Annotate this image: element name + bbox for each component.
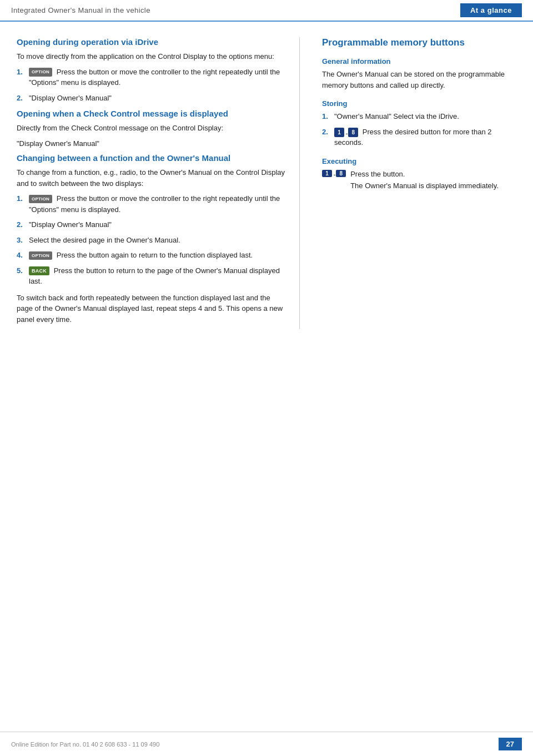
subsection3-title: Executing xyxy=(322,157,522,165)
page-number: 27 xyxy=(499,738,522,750)
section1-title: Opening during operation via iDrive xyxy=(17,37,288,47)
step-item: 3. Select the desired page in the Owner'… xyxy=(17,235,288,246)
step-number: 1. xyxy=(17,67,29,78)
step-content: "Display Owner's Manual" xyxy=(29,219,288,230)
section3-title: Changing between a function and the Owne… xyxy=(17,153,288,163)
step-content: OPTION Press the button again to return … xyxy=(29,250,288,261)
footer-left-text: Online Edition for Part no. 01 40 2 608 … xyxy=(11,741,159,748)
section1-steps: 1. OPTION Press the button or move the c… xyxy=(17,67,288,104)
step-number: 2. xyxy=(17,93,29,104)
step-number: 3. xyxy=(17,235,29,246)
step-item: 1. OPTION Press the button or move the c… xyxy=(17,193,288,215)
section2-intro: Directly from the Check Control message … xyxy=(17,123,288,134)
step-number: 2. xyxy=(17,219,29,230)
header-left-text: Integrated Owner's Manual in the vehicle xyxy=(11,6,150,14)
right-column: Programmable memory buttons General info… xyxy=(316,37,522,329)
mem-btn-dots: ... xyxy=(345,128,347,137)
step-number: 4. xyxy=(17,250,29,261)
step-content: Select the desired page in the Owner's M… xyxy=(29,235,288,246)
step-number: 1. xyxy=(17,193,29,204)
option-icon: OPTION xyxy=(29,195,52,203)
page-header: Integrated Owner's Manual in the vehicle… xyxy=(0,0,533,22)
page-footer: Online Edition for Part no. 01 40 2 608 … xyxy=(0,732,533,756)
step-item: 4. OPTION Press the button again to retu… xyxy=(17,250,288,261)
step-number: 2. xyxy=(322,127,334,138)
step-item: 2. 1 ... 8 Press the desired button for … xyxy=(322,127,522,148)
main-content: Opening during operation via iDrive To m… xyxy=(0,22,533,340)
subsection1-text: The Owner's Manual can be stored on the … xyxy=(322,69,522,90)
mem-btn-end: 8 xyxy=(336,170,346,177)
step-content: OPTION Press the button or move the cont… xyxy=(29,67,288,88)
step-content: OPTION Press the button or move the cont… xyxy=(29,193,288,215)
step-content: "Owner's Manual" Select via the iDrive. xyxy=(334,111,522,122)
step-item: 2. "Display Owner's Manual" xyxy=(17,219,288,230)
section3-intro: To change from a function, e.g., radio, … xyxy=(17,167,288,189)
step-number: 1. xyxy=(322,111,334,122)
executing-text: Press the button. The Owner's Manual is … xyxy=(350,169,499,196)
option-icon: OPTION xyxy=(29,251,52,260)
step-content: 1 ... 8 Press the desired button for mor… xyxy=(334,127,522,148)
memory-button-icon: 1 ... 8 xyxy=(334,128,358,137)
subsection2-title: Storing xyxy=(322,99,522,108)
step-content: BACK Press the button to return to the p… xyxy=(29,265,288,287)
step-item: 2. "Display Owner's Manual" xyxy=(17,93,288,104)
header-right-text: At a glance xyxy=(460,3,522,17)
mem-btn-end: 8 xyxy=(348,128,358,137)
step-number: 5. xyxy=(17,265,29,276)
storing-steps: 1. "Owner's Manual" Select via the iDriv… xyxy=(322,111,522,148)
executing-memory-icon: 1 ... 8 xyxy=(322,170,346,177)
mem-btn-start: 1 xyxy=(322,170,332,177)
right-main-title: Programmable memory buttons xyxy=(322,37,522,48)
step-item: 5. BACK Press the button to return to th… xyxy=(17,265,288,287)
step-item: 1. "Owner's Manual" Select via the iDriv… xyxy=(322,111,522,122)
back-icon: BACK xyxy=(29,266,49,276)
section1-intro: To move directly from the application on… xyxy=(17,51,288,62)
left-column: Opening during operation via iDrive To m… xyxy=(17,37,300,329)
section3-steps: 1. OPTION Press the button or move the c… xyxy=(17,193,288,287)
executing-block: 1 ... 8 Press the button. The Owner's Ma… xyxy=(322,169,522,196)
option-icon: OPTION xyxy=(29,68,52,76)
section2-title: Opening when a Check Control message is … xyxy=(17,109,288,118)
mem-btn-start: 1 xyxy=(334,128,344,137)
subsection1-title: General information xyxy=(322,57,522,65)
step-content: "Display Owner's Manual" xyxy=(29,93,288,104)
executing-text1: Press the button. xyxy=(350,169,499,180)
mem-btn-dots: ... xyxy=(333,170,335,177)
executing-text2: The Owner's Manual is displayed immediat… xyxy=(350,180,499,191)
step-item: 1. OPTION Press the button or move the c… xyxy=(17,67,288,88)
section2-quote: "Display Owner's Manual" xyxy=(17,138,288,149)
section3-footer: To switch back and forth repeatedly betw… xyxy=(17,293,288,325)
